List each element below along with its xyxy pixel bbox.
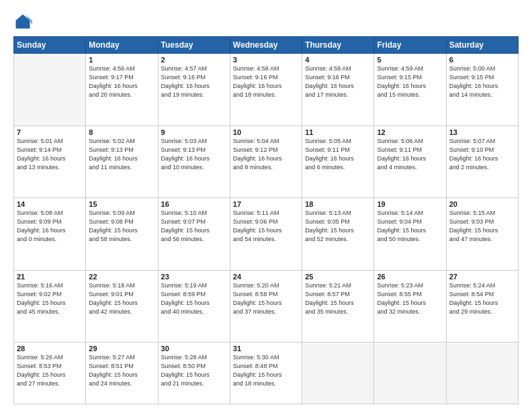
calendar-cell: 30Sunrise: 5:28 AM Sunset: 8:50 PM Dayli… bbox=[158, 342, 230, 404]
calendar-cell bbox=[14, 54, 86, 126]
day-info: Sunrise: 5:20 AM Sunset: 8:58 PM Dayligh… bbox=[233, 281, 299, 316]
calendar-cell: 21Sunrise: 5:16 AM Sunset: 9:02 PM Dayli… bbox=[14, 270, 86, 342]
day-info: Sunrise: 4:59 AM Sunset: 9:15 PM Dayligh… bbox=[377, 64, 443, 99]
weekday-header-wednesday: Wednesday bbox=[230, 37, 302, 54]
calendar-cell bbox=[446, 342, 518, 404]
day-info: Sunrise: 5:26 AM Sunset: 8:53 PM Dayligh… bbox=[17, 353, 83, 388]
calendar-cell: 13Sunrise: 5:07 AM Sunset: 9:10 PM Dayli… bbox=[446, 126, 518, 198]
day-info: Sunrise: 5:00 AM Sunset: 9:15 PM Dayligh… bbox=[449, 64, 515, 99]
calendar-cell: 14Sunrise: 5:08 AM Sunset: 9:09 PM Dayli… bbox=[14, 198, 86, 271]
day-number: 4 bbox=[305, 56, 371, 64]
logo-icon bbox=[13, 12, 32, 31]
day-number: 16 bbox=[161, 200, 227, 208]
calendar-week-row: 1Sunrise: 4:56 AM Sunset: 9:17 PM Daylig… bbox=[14, 54, 519, 126]
calendar-cell: 4Sunrise: 4:58 AM Sunset: 9:16 PM Daylig… bbox=[302, 54, 374, 126]
calendar-week-row: 28Sunrise: 5:26 AM Sunset: 8:53 PM Dayli… bbox=[14, 342, 519, 404]
calendar-week-row: 7Sunrise: 5:01 AM Sunset: 9:14 PM Daylig… bbox=[14, 126, 519, 198]
calendar-cell: 17Sunrise: 5:11 AM Sunset: 9:06 PM Dayli… bbox=[230, 198, 302, 271]
day-info: Sunrise: 5:11 AM Sunset: 9:06 PM Dayligh… bbox=[233, 209, 299, 244]
day-number: 30 bbox=[161, 345, 227, 353]
day-number: 13 bbox=[449, 128, 515, 136]
calendar-cell: 29Sunrise: 5:27 AM Sunset: 8:51 PM Dayli… bbox=[86, 342, 158, 404]
calendar-cell: 18Sunrise: 5:13 AM Sunset: 9:05 PM Dayli… bbox=[302, 198, 374, 271]
weekday-header-thursday: Thursday bbox=[302, 37, 374, 54]
day-info: Sunrise: 5:23 AM Sunset: 8:55 PM Dayligh… bbox=[377, 281, 443, 316]
calendar-cell: 2Sunrise: 4:57 AM Sunset: 9:16 PM Daylig… bbox=[158, 54, 230, 126]
day-info: Sunrise: 5:10 AM Sunset: 9:07 PM Dayligh… bbox=[161, 209, 227, 244]
day-number: 23 bbox=[161, 273, 227, 281]
day-info: Sunrise: 5:19 AM Sunset: 8:59 PM Dayligh… bbox=[161, 281, 227, 316]
calendar-cell: 7Sunrise: 5:01 AM Sunset: 9:14 PM Daylig… bbox=[14, 126, 86, 198]
day-number: 31 bbox=[233, 345, 299, 353]
weekday-header-row: SundayMondayTuesdayWednesdayThursdayFrid… bbox=[14, 37, 519, 54]
calendar-cell bbox=[374, 342, 446, 404]
svg-marker-0 bbox=[16, 15, 30, 29]
day-number: 7 bbox=[17, 128, 83, 136]
day-number: 6 bbox=[449, 56, 515, 64]
day-number: 25 bbox=[305, 273, 371, 281]
day-info: Sunrise: 5:04 AM Sunset: 9:12 PM Dayligh… bbox=[233, 137, 299, 172]
calendar-cell: 16Sunrise: 5:10 AM Sunset: 9:07 PM Dayli… bbox=[158, 198, 230, 271]
day-info: Sunrise: 4:57 AM Sunset: 9:16 PM Dayligh… bbox=[161, 64, 227, 99]
calendar-cell: 3Sunrise: 4:58 AM Sunset: 9:16 PM Daylig… bbox=[230, 54, 302, 126]
day-number: 14 bbox=[17, 200, 83, 208]
day-info: Sunrise: 4:58 AM Sunset: 9:16 PM Dayligh… bbox=[305, 64, 371, 99]
day-info: Sunrise: 5:02 AM Sunset: 9:13 PM Dayligh… bbox=[89, 137, 154, 172]
calendar-cell: 9Sunrise: 5:03 AM Sunset: 9:13 PM Daylig… bbox=[158, 126, 230, 198]
calendar-cell: 5Sunrise: 4:59 AM Sunset: 9:15 PM Daylig… bbox=[374, 54, 446, 126]
day-number: 1 bbox=[89, 56, 154, 64]
day-number: 24 bbox=[233, 273, 299, 281]
calendar-cell: 20Sunrise: 5:15 AM Sunset: 9:03 PM Dayli… bbox=[446, 198, 518, 271]
calendar-cell: 8Sunrise: 5:02 AM Sunset: 9:13 PM Daylig… bbox=[86, 126, 158, 198]
day-info: Sunrise: 5:27 AM Sunset: 8:51 PM Dayligh… bbox=[89, 353, 154, 388]
day-number: 22 bbox=[89, 273, 154, 281]
day-info: Sunrise: 5:07 AM Sunset: 9:10 PM Dayligh… bbox=[449, 137, 515, 172]
day-info: Sunrise: 5:03 AM Sunset: 9:13 PM Dayligh… bbox=[161, 137, 227, 172]
calendar-cell: 12Sunrise: 5:06 AM Sunset: 9:11 PM Dayli… bbox=[374, 126, 446, 198]
calendar-cell: 19Sunrise: 5:14 AM Sunset: 9:04 PM Dayli… bbox=[374, 198, 446, 271]
day-number: 2 bbox=[161, 56, 227, 64]
day-info: Sunrise: 5:14 AM Sunset: 9:04 PM Dayligh… bbox=[377, 209, 443, 244]
day-number: 18 bbox=[305, 200, 371, 208]
day-number: 9 bbox=[161, 128, 227, 136]
day-info: Sunrise: 5:05 AM Sunset: 9:11 PM Dayligh… bbox=[305, 137, 371, 172]
weekday-header-friday: Friday bbox=[374, 37, 446, 54]
calendar-cell bbox=[302, 342, 374, 404]
weekday-header-sunday: Sunday bbox=[14, 37, 86, 54]
day-info: Sunrise: 5:21 AM Sunset: 8:57 PM Dayligh… bbox=[305, 281, 371, 316]
weekday-header-monday: Monday bbox=[86, 37, 158, 54]
day-number: 11 bbox=[305, 128, 371, 136]
day-info: Sunrise: 4:58 AM Sunset: 9:16 PM Dayligh… bbox=[233, 64, 299, 99]
day-info: Sunrise: 5:24 AM Sunset: 8:54 PM Dayligh… bbox=[449, 281, 515, 316]
page: SundayMondayTuesdayWednesdayThursdayFrid… bbox=[0, 0, 532, 411]
calendar-week-row: 14Sunrise: 5:08 AM Sunset: 9:09 PM Dayli… bbox=[14, 198, 519, 271]
day-number: 12 bbox=[377, 128, 443, 136]
calendar-cell: 24Sunrise: 5:20 AM Sunset: 8:58 PM Dayli… bbox=[230, 270, 302, 342]
day-number: 19 bbox=[377, 200, 443, 208]
day-info: Sunrise: 5:06 AM Sunset: 9:11 PM Dayligh… bbox=[377, 137, 443, 172]
calendar-cell: 27Sunrise: 5:24 AM Sunset: 8:54 PM Dayli… bbox=[446, 270, 518, 342]
calendar-cell: 15Sunrise: 5:09 AM Sunset: 9:08 PM Dayli… bbox=[86, 198, 158, 271]
day-info: Sunrise: 5:30 AM Sunset: 8:48 PM Dayligh… bbox=[233, 353, 299, 388]
calendar-cell: 25Sunrise: 5:21 AM Sunset: 8:57 PM Dayli… bbox=[302, 270, 374, 342]
calendar-cell: 6Sunrise: 5:00 AM Sunset: 9:15 PM Daylig… bbox=[446, 54, 518, 126]
day-number: 8 bbox=[89, 128, 154, 136]
calendar-cell: 11Sunrise: 5:05 AM Sunset: 9:11 PM Dayli… bbox=[302, 126, 374, 198]
day-number: 10 bbox=[233, 128, 299, 136]
day-info: Sunrise: 5:13 AM Sunset: 9:05 PM Dayligh… bbox=[305, 209, 371, 244]
day-number: 26 bbox=[377, 273, 443, 281]
calendar-cell: 10Sunrise: 5:04 AM Sunset: 9:12 PM Dayli… bbox=[230, 126, 302, 198]
day-number: 3 bbox=[233, 56, 299, 64]
day-info: Sunrise: 5:15 AM Sunset: 9:03 PM Dayligh… bbox=[449, 209, 515, 244]
day-info: Sunrise: 5:28 AM Sunset: 8:50 PM Dayligh… bbox=[161, 353, 227, 388]
day-number: 17 bbox=[233, 200, 299, 208]
day-info: Sunrise: 5:16 AM Sunset: 9:02 PM Dayligh… bbox=[17, 281, 83, 316]
day-info: Sunrise: 5:09 AM Sunset: 9:08 PM Dayligh… bbox=[89, 209, 154, 244]
day-info: Sunrise: 4:56 AM Sunset: 9:17 PM Dayligh… bbox=[89, 64, 154, 99]
calendar-week-row: 21Sunrise: 5:16 AM Sunset: 9:02 PM Dayli… bbox=[14, 270, 519, 342]
day-info: Sunrise: 5:08 AM Sunset: 9:09 PM Dayligh… bbox=[17, 209, 83, 244]
logo bbox=[13, 12, 35, 31]
day-number: 29 bbox=[89, 345, 154, 353]
weekday-header-tuesday: Tuesday bbox=[158, 37, 230, 54]
day-number: 20 bbox=[449, 200, 515, 208]
